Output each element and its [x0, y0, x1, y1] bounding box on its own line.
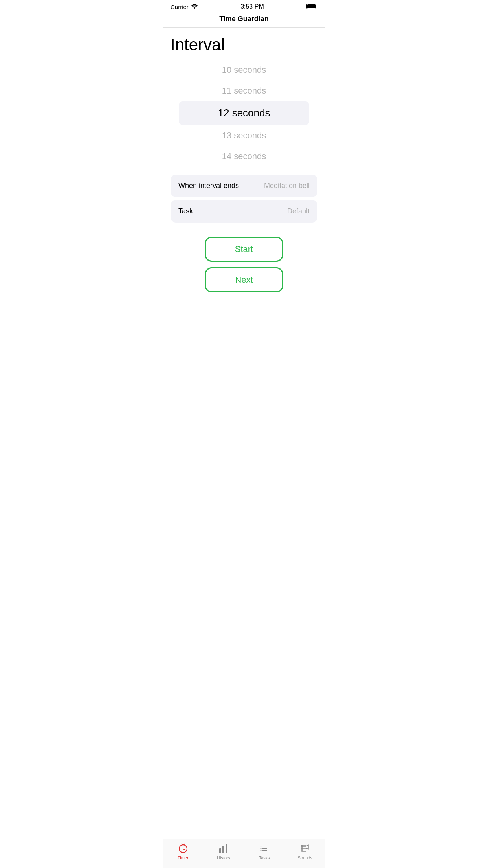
start-button[interactable]: Start	[205, 237, 283, 262]
task-label: Task	[178, 207, 193, 215]
time-display: 3:53 PM	[240, 3, 264, 10]
interval-picker[interactable]: 8 seconds 9 seconds 10 seconds 11 second…	[163, 58, 325, 168]
when-interval-ends-value: Meditation bell	[264, 182, 310, 190]
picker-item[interactable]: 14 seconds	[179, 146, 309, 167]
nav-title: Time Guardian	[219, 15, 269, 23]
wifi-icon	[191, 4, 198, 10]
picker-item[interactable]: 13 seconds	[179, 125, 309, 146]
when-interval-ends-row[interactable]: When interval ends Meditation bell	[171, 175, 317, 197]
status-left: Carrier	[171, 4, 198, 10]
buttons-container: Start Next	[163, 229, 325, 296]
carrier-label: Carrier	[171, 4, 189, 10]
nav-bar: Time Guardian	[163, 12, 325, 28]
task-value: Default	[287, 207, 310, 215]
page-title: Interval	[163, 28, 325, 58]
picker-item[interactable]: 10 seconds	[179, 60, 309, 81]
picker-item[interactable]: 11 seconds	[179, 81, 309, 101]
settings-container: When interval ends Meditation bell Task …	[171, 175, 317, 223]
picker-item[interactable]: 15 seconds	[179, 167, 309, 168]
when-interval-ends-label: When interval ends	[178, 182, 239, 190]
task-row[interactable]: Task Default	[171, 200, 317, 223]
status-bar: Carrier 3:53 PM	[163, 0, 325, 12]
next-button[interactable]: Next	[205, 267, 283, 292]
battery-icon	[306, 4, 317, 10]
svg-rect-1	[307, 4, 316, 8]
picker-items: 8 seconds 9 seconds 10 seconds 11 second…	[163, 58, 325, 168]
picker-item-selected[interactable]: 12 seconds	[179, 101, 309, 125]
